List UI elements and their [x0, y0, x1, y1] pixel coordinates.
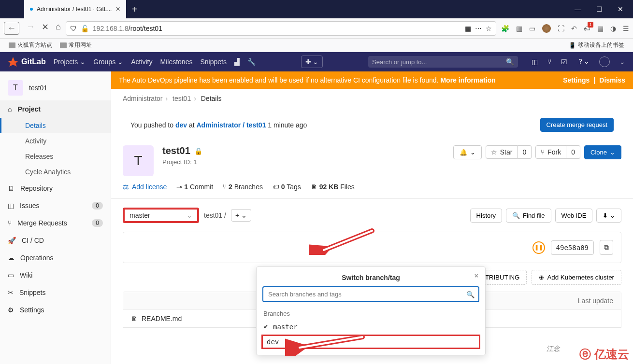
- branches-stat[interactable]: ⑂ 2 Branches: [223, 183, 263, 191]
- forward-icon[interactable]: →: [26, 22, 35, 35]
- crumb-admin[interactable]: Administrator: [123, 95, 162, 102]
- sidebar-item-project[interactable]: ⌂Project: [0, 100, 111, 118]
- sidebar-item-settings[interactable]: ⚙Settings: [0, 301, 111, 319]
- bookmark-star-icon[interactable]: ☆: [486, 25, 492, 32]
- help-icon[interactable]: ？⌄: [577, 57, 590, 66]
- more-info-link[interactable]: More information: [440, 76, 495, 84]
- sidebar-item-cicd[interactable]: 🚀CI / CD: [0, 232, 111, 249]
- sidebar-item-snippets[interactable]: ✂Snippets: [0, 284, 111, 301]
- crumb-details: Details: [201, 95, 222, 102]
- minimize-icon[interactable]: —: [574, 5, 582, 13]
- menu-icon[interactable]: ☰: [623, 25, 629, 32]
- path-crumb[interactable]: test01 /: [204, 211, 226, 219]
- push-project-link[interactable]: Administrator / test01: [197, 121, 266, 129]
- branch-option-master[interactable]: master: [257, 320, 485, 334]
- download-button[interactable]: ⬇ ⌄: [596, 209, 621, 223]
- clone-button[interactable]: Clone ⌄: [584, 145, 621, 159]
- nav-groups[interactable]: Groups ⌄: [93, 58, 123, 66]
- shield-icon[interactable]: 🛡: [70, 25, 77, 32]
- bookmark-folder[interactable]: 常用网址: [60, 41, 92, 49]
- breadcrumb: Administrator› test01› Details: [111, 89, 633, 108]
- shield2-icon[interactable]: ◑: [610, 25, 616, 32]
- branch-option-dev[interactable]: dev: [261, 335, 480, 349]
- sidebar-item-operations[interactable]: ☁Operations: [0, 249, 111, 266]
- nav-snippets[interactable]: Snippets: [200, 58, 226, 66]
- address-bar[interactable]: 🛡 🔓 192.168.1.8/root/test01 ▦ ⋯ ☆: [66, 21, 496, 36]
- mr-icon[interactable]: ⑂: [547, 58, 551, 66]
- files-stat[interactable]: 🗎 92 KB Files: [311, 183, 355, 191]
- watermark-text: 江念: [546, 345, 561, 353]
- branch-search-input[interactable]: [262, 286, 479, 302]
- new-tab-button[interactable]: +: [126, 0, 144, 18]
- chevron-down-icon: ⌄: [187, 211, 192, 219]
- add-k8s-button[interactable]: ⊕ Add Kubernetes cluster: [532, 270, 621, 285]
- commit-sha[interactable]: 49e58a09: [551, 240, 594, 255]
- user-avatar[interactable]: [599, 56, 610, 67]
- add-file-button[interactable]: + ⌄: [231, 209, 251, 222]
- crop-icon[interactable]: ⛶: [558, 25, 564, 32]
- plus-dropdown[interactable]: ✚ ⌄: [301, 56, 323, 68]
- stop-icon[interactable]: ✕: [42, 22, 49, 35]
- star-button[interactable]: ☆ Star0: [486, 145, 532, 159]
- mobile-bookmarks[interactable]: 📱移动设备上的书签: [569, 41, 624, 49]
- commits-stat[interactable]: ⊸ 1 Commit: [176, 183, 213, 191]
- nav-milestones[interactable]: Milestones: [160, 58, 193, 66]
- qr-icon[interactable]: ▦: [465, 25, 471, 32]
- close-icon[interactable]: ×: [475, 272, 478, 280]
- nav-activity[interactable]: Activity: [131, 58, 152, 66]
- search-icon[interactable]: 🔍: [466, 291, 475, 298]
- sidebar-sub-activity[interactable]: Activity: [0, 133, 111, 149]
- push-branch-link[interactable]: dev: [175, 121, 187, 129]
- issues-icon[interactable]: ◫: [532, 58, 538, 66]
- library-icon[interactable]: ▥: [516, 25, 522, 32]
- banner-dismiss-link[interactable]: Dismiss: [599, 76, 625, 84]
- sidebar: T test01 ⌂Project Details Activity Relea…: [0, 71, 111, 364]
- back-icon[interactable]: ←: [4, 22, 19, 35]
- notification-button[interactable]: 🔔 ⌄: [453, 145, 482, 159]
- sidebar-sub-details[interactable]: Details: [0, 118, 111, 133]
- sidebar-project[interactable]: T test01: [0, 75, 111, 100]
- create-mr-button[interactable]: Create merge request: [540, 118, 614, 132]
- branch-select[interactable]: master⌄: [123, 208, 199, 223]
- close-window-icon[interactable]: ✕: [617, 5, 624, 13]
- devops-banner: The Auto DevOps pipeline has been enable…: [111, 71, 633, 89]
- sidebar-item-mrs[interactable]: ⑂Merge Requests0: [0, 214, 111, 232]
- apps-icon[interactable]: ▦: [597, 25, 604, 32]
- notification-icon[interactable]: 🏷: [584, 25, 590, 32]
- maximize-icon[interactable]: ☐: [595, 5, 603, 13]
- sidebar-sub-releases[interactable]: Releases: [0, 149, 111, 164]
- reader-icon[interactable]: ▭: [529, 25, 535, 32]
- sidebar-item-issues[interactable]: ◫Issues0: [0, 197, 111, 214]
- gitlab-logo[interactable]: GitLab: [8, 57, 46, 67]
- sidebar-sub-cycle[interactable]: Cycle Analytics: [0, 164, 111, 180]
- profile-avatar-icon[interactable]: [542, 24, 551, 33]
- webide-button[interactable]: Web IDE: [555, 209, 593, 223]
- pipeline-pending-icon[interactable]: ❚❚: [532, 241, 545, 254]
- sidebar-item-wiki[interactable]: ▭Wiki: [0, 266, 111, 284]
- banner-settings-link[interactable]: Settings: [563, 76, 590, 84]
- more-icon[interactable]: ⋯: [475, 25, 482, 32]
- undo-icon[interactable]: ↶: [571, 25, 577, 32]
- nav-projects[interactable]: Projects ⌄: [54, 58, 86, 66]
- bookmark-folder[interactable]: 火狐官方站点: [9, 41, 52, 49]
- add-license-link[interactable]: ⚖ Add license: [123, 183, 167, 191]
- browser-tab[interactable]: Administrator / test01 · GitL... ×: [24, 0, 126, 18]
- fork-button[interactable]: ⑂ Fork0: [535, 145, 580, 159]
- history-button[interactable]: History: [470, 209, 502, 223]
- wrench-icon[interactable]: 🔧: [247, 58, 256, 66]
- bookmark-bar: 火狐官方站点 常用网址 📱移动设备上的书签: [0, 39, 633, 52]
- todos-icon[interactable]: ☑: [561, 58, 567, 66]
- copy-sha-button[interactable]: ⧉: [600, 240, 613, 255]
- sidebar-item-repository[interactable]: 🗎Repository: [0, 180, 111, 197]
- close-tab-icon[interactable]: ×: [115, 5, 120, 14]
- chart-icon[interactable]: ▟: [234, 58, 240, 66]
- home-icon[interactable]: ⌂: [56, 22, 61, 35]
- tab-title: Administrator / test01 · GitL...: [37, 6, 112, 13]
- gitlab-search[interactable]: 🔍: [368, 56, 518, 68]
- search-input[interactable]: [372, 58, 502, 66]
- find-file-button[interactable]: 🔍 Find file: [506, 209, 551, 223]
- search-icon[interactable]: 🔍: [506, 58, 514, 66]
- crumb-project[interactable]: test01: [173, 95, 191, 102]
- tags-stat[interactable]: 🏷 0 Tags: [273, 183, 301, 191]
- extensions-icon[interactable]: 🧩: [501, 25, 509, 32]
